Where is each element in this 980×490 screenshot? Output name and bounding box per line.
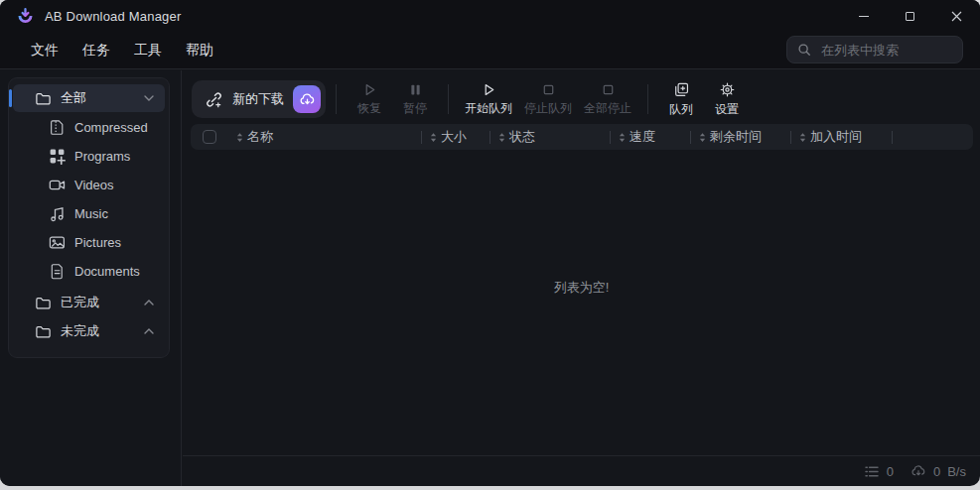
apps-grid-icon [49,148,66,165]
speed-value: 0 [933,464,940,479]
stop-queue-button[interactable]: 停止队列 [518,78,578,120]
column-header-status[interactable]: 状态 [490,124,610,150]
sort-icon [619,132,626,143]
menu-tools[interactable]: 工具 [130,39,166,62]
new-download-button[interactable]: 新的下载 [192,80,326,118]
sort-icon [430,132,437,143]
chevron-up-icon [144,300,154,306]
sidebar-item-label: Programs [74,149,130,164]
sidebar-item-label: 全部 [61,89,86,107]
column-header-name[interactable]: 名称 [228,124,421,150]
resume-label: 恢复 [357,100,381,117]
sidebar-card: 全部 Compressed Programs Videos Music [8,77,170,358]
sort-icon [498,132,505,143]
sidebar-item-label: 已完成 [61,294,99,311]
menu-tasks[interactable]: 任务 [78,39,114,62]
chevron-up-icon [144,328,154,334]
empty-list-message: 列表为空! [183,279,980,297]
sidebar-item-finished[interactable]: 已完成 [13,289,165,316]
speed-unit: B/s [947,464,966,479]
minimize-icon [859,16,869,17]
statusbar: 0 0 B/s [183,456,980,486]
sidebar-item-label: Videos [74,178,114,192]
menubar: 文件 任务 工具 帮助 [0,32,980,68]
stop-all-button[interactable]: 全部停止 [578,78,637,120]
resume-button[interactable]: 恢复 [347,78,392,120]
stop-all-label: 全部停止 [584,100,631,117]
sidebar-item-programs[interactable]: Programs [13,142,165,170]
header: AB Download Manager 文件 任务 工具 帮助 [0,0,980,69]
zip-file-icon [49,119,66,136]
menu-file[interactable]: 文件 [27,39,63,62]
maximize-button[interactable] [887,1,933,31]
column-header-eta[interactable]: 剩余时间 [691,124,790,150]
document-icon [49,263,66,280]
sort-icon [236,132,243,143]
play-icon [482,82,496,97]
download-list-icon [864,465,880,478]
select-all-cell [191,130,228,144]
app-window: AB Download Manager 文件 任务 工具 帮助 全部 [0,0,980,486]
chevron-down-icon [144,95,154,101]
settings-label: 设置 [715,101,739,118]
stop-queue-label: 停止队列 [524,100,572,117]
toolbar: 新的下载 恢复 暂停 开始队列 停止队列 [192,77,980,121]
search-input[interactable] [819,42,952,59]
maximize-icon [906,12,914,21]
queue-icon [673,81,690,98]
menu-help[interactable]: 帮助 [182,39,217,62]
table-header: 名称 大小 状态 速度 剩余时间 [191,124,973,150]
column-label: 名称 [247,128,273,146]
search-icon [797,43,811,57]
column-header-speed[interactable]: 速度 [611,124,690,150]
close-button[interactable] [933,1,980,31]
folder-icon [35,90,52,107]
sidebar-item-label: Compressed [74,120,148,135]
toolbar-separator [336,84,337,114]
music-note-icon [49,205,66,222]
sidebar-item-pictures[interactable]: Pictures [13,228,165,256]
settings-button[interactable]: 设置 [704,78,750,120]
video-camera-icon [49,177,66,193]
queue-button[interactable]: 队列 [658,78,704,120]
cloud-download-icon [910,463,926,479]
stop-icon [541,82,556,97]
app-logo-icon [15,6,36,27]
stop-icon [601,82,616,97]
start-queue-button[interactable]: 开始队列 [459,78,518,120]
column-header-spacer [893,124,973,150]
sidebar-item-music[interactable]: Music [13,199,165,227]
link-plus-icon [205,90,223,109]
sidebar-item-videos[interactable]: Videos [13,171,165,198]
sort-icon [799,132,806,143]
folder-icon [35,323,52,340]
column-header-added[interactable]: 加入时间 [791,124,892,150]
close-icon [951,11,962,22]
pause-icon [408,82,423,97]
column-header-size[interactable]: 大小 [422,124,490,150]
queue-count: 0 [887,464,894,479]
select-all-checkbox[interactable] [203,130,216,144]
quick-download-button[interactable] [293,85,321,113]
play-icon [362,82,377,97]
main-panel: 新的下载 恢复 暂停 开始队列 停止队列 [183,70,980,486]
new-download-label: 新的下载 [232,90,284,108]
sidebar-item-label: Pictures [74,235,121,250]
sidebar-item-compressed[interactable]: Compressed [13,113,165,141]
search-box [786,36,963,63]
start-queue-label: 开始队列 [465,100,512,117]
sidebar-item-unfinished[interactable]: 未完成 [13,317,165,345]
pause-button[interactable]: 暂停 [392,78,438,120]
column-label: 速度 [630,128,655,146]
minimize-button[interactable] [840,1,887,31]
sidebar-item-all[interactable]: 全部 [13,84,165,112]
toolbar-separator [647,84,648,114]
titlebar: AB Download Manager [0,0,980,32]
picture-icon [49,234,66,251]
sidebar: 全部 Compressed Programs Videos Music [0,70,182,486]
gear-icon [719,81,736,98]
sort-icon [699,132,706,143]
sidebar-item-documents[interactable]: Documents [13,257,165,285]
toolbar-separator [448,84,449,114]
column-label: 剩余时间 [710,128,762,146]
